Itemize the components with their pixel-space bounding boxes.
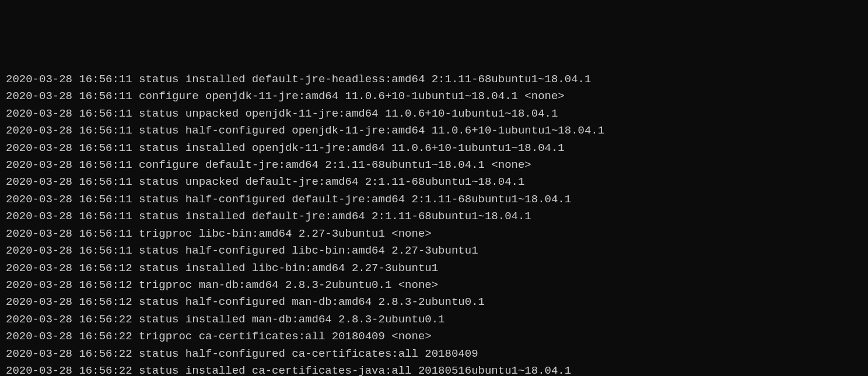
log-line: 2020-03-28 16:56:11 status unpacked defa… xyxy=(6,174,862,191)
log-line: 2020-03-28 16:56:22 status installed ca-… xyxy=(6,363,862,376)
log-line: 2020-03-28 16:56:11 trigproc libc-bin:am… xyxy=(6,226,862,243)
log-line: 2020-03-28 16:56:12 status installed lib… xyxy=(6,260,862,277)
log-line: 2020-03-28 16:56:11 configure default-jr… xyxy=(6,157,862,174)
log-line: 2020-03-28 16:56:22 status half-configur… xyxy=(6,346,862,363)
terminal-output: 2020-03-28 16:56:11 status installed def… xyxy=(6,71,862,376)
log-line: 2020-03-28 16:56:11 configure openjdk-11… xyxy=(6,88,862,105)
log-line: 2020-03-28 16:56:11 status half-configur… xyxy=(6,191,862,208)
log-line: 2020-03-28 16:56:11 status half-configur… xyxy=(6,122,862,139)
log-line: 2020-03-28 16:56:11 status half-configur… xyxy=(6,243,862,259)
log-line: 2020-03-28 16:56:12 trigproc man-db:amd6… xyxy=(6,277,862,294)
log-line: 2020-03-28 16:56:11 status installed ope… xyxy=(6,140,862,157)
log-line: 2020-03-28 16:56:11 status installed def… xyxy=(6,71,862,88)
log-line: 2020-03-28 16:56:11 status installed def… xyxy=(6,208,862,225)
log-line: 2020-03-28 16:56:22 trigproc ca-certific… xyxy=(6,328,862,345)
log-line: 2020-03-28 16:56:11 status unpacked open… xyxy=(6,106,862,122)
log-line: 2020-03-28 16:56:12 status half-configur… xyxy=(6,294,862,311)
log-line: 2020-03-28 16:56:22 status installed man… xyxy=(6,311,862,328)
